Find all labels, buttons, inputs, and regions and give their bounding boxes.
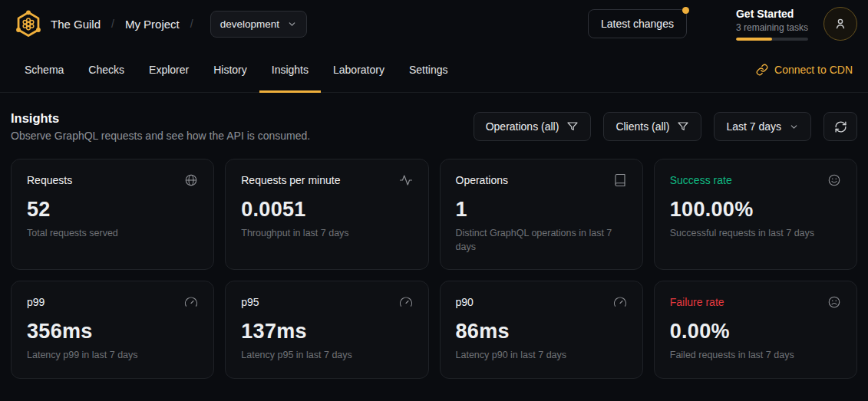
user-avatar[interactable] [823,7,857,41]
tab-laboratory[interactable]: Laboratory [321,48,397,92]
card-description: Distinct GraphQL operations in last 7 da… [456,227,627,254]
card-value: 137ms [241,320,412,343]
get-started-remaining: 3 remaining tasks [736,22,808,33]
stat-card-operations: Operations 1 Distinct GraphQL operations… [440,159,643,270]
link-icon [756,64,768,76]
connect-to-cdn-label: Connect to CDN [774,64,853,76]
project-nav: Schema Checks Explorer History Insights … [0,48,868,93]
card-value: 86ms [456,320,627,343]
card-value: 0.0051 [241,198,412,222]
page-title: Insights [11,111,310,126]
breadcrumb-separator: / [111,18,114,30]
card-description: Latency p90 in last 7 days [456,349,627,363]
card-title: p99 [27,296,45,308]
card-description: Successful requests in last 7 days [670,227,841,241]
user-icon [833,16,848,31]
card-description: Total requests served [27,227,198,241]
card-value: 52 [27,198,198,222]
chevron-down-icon [287,19,297,29]
card-value: 100.00% [670,198,841,222]
stat-card-success-rate: Success rate 100.00% Successful requests… [654,159,857,270]
stat-card-p90: p90 86ms Latency p90 in last 7 days [440,281,643,379]
filter-icon [677,120,689,133]
card-title: Success rate [670,174,732,186]
smile-icon [827,173,841,187]
stat-card-failure-rate: Failure rate 0.00% Failed requests in la… [654,281,857,379]
clients-filter-label: Clients (all) [616,120,669,133]
operations-filter-button[interactable]: Operations (all) [474,112,592,141]
filters-toolbar: Operations (all) Clients (all) Last 7 da… [474,112,857,141]
card-title: p95 [241,296,259,308]
frown-icon [827,295,841,309]
insights-page: Insights Observe GraphQL requests and se… [0,111,868,379]
stat-card-p99: p99 356ms Latency p99 in last 7 days [11,281,214,379]
stats-grid: Requests 52 Total requests served Reques… [11,159,857,379]
gauge-icon [399,295,413,309]
card-value: 1 [456,198,627,222]
tab-schema[interactable]: Schema [12,48,76,92]
hive-logo[interactable] [14,9,43,38]
get-started-progress-fill [736,38,772,41]
get-started-widget[interactable]: Get Started 3 remaining tasks [736,8,808,41]
card-description: Latency p95 in last 7 days [241,349,412,363]
chevron-down-icon [789,122,799,132]
get-started-progress-track [736,38,808,41]
card-description: Throughput in last 7 days [241,227,412,241]
tab-history[interactable]: History [201,48,259,92]
card-value: 356ms [27,320,198,343]
connect-to-cdn-link[interactable]: Connect to CDN [753,48,856,92]
operations-filter-label: Operations (all) [486,120,559,133]
breadcrumb-separator: / [190,18,193,30]
card-title: Requests per minute [241,174,340,186]
card-description: Latency p99 in last 7 days [27,349,198,363]
tab-insights[interactable]: Insights [259,48,321,92]
page-subtitle: Observe GraphQL requests and see how the… [11,130,310,142]
card-description: Failed requests in last 7 days [670,349,841,363]
tab-explorer[interactable]: Explorer [137,48,201,92]
stat-card-p95: p95 137ms Latency p95 in last 7 days [225,281,428,379]
period-selector-label: Last 7 days [726,120,781,133]
stat-card-rpm: Requests per minute 0.0051 Throughput in… [225,159,428,270]
notification-dot [682,7,689,14]
breadcrumb-project[interactable]: My Project [125,18,180,31]
tab-settings[interactable]: Settings [397,48,460,92]
target-selector-value: development [220,18,279,30]
refresh-button[interactable] [823,112,857,141]
card-title: p90 [456,296,474,308]
gauge-icon [184,295,198,309]
book-icon [613,173,627,187]
card-title: Requests [27,174,72,186]
card-title: Operations [456,174,508,186]
breadcrumb: The Guild / My Project / [48,18,201,31]
latest-changes-label: Latest changes [601,18,674,30]
top-bar: The Guild / My Project / development Lat… [0,0,868,48]
stat-card-requests: Requests 52 Total requests served [11,159,214,270]
card-title: Failure rate [670,296,724,308]
period-selector[interactable]: Last 7 days [714,112,811,141]
get-started-title: Get Started [736,8,808,20]
gauge-icon [613,295,627,309]
clients-filter-button[interactable]: Clients (all) [603,112,701,141]
latest-changes-button[interactable]: Latest changes [588,9,687,38]
tab-checks[interactable]: Checks [76,48,137,92]
globe-icon [184,173,198,187]
filter-icon [566,120,579,133]
page-header: Insights Observe GraphQL requests and se… [11,111,310,142]
target-selector[interactable]: development [210,11,307,38]
activity-icon [399,173,413,187]
refresh-icon [834,120,847,133]
card-value: 0.00% [670,320,841,343]
breadcrumb-org[interactable]: The Guild [51,18,101,31]
